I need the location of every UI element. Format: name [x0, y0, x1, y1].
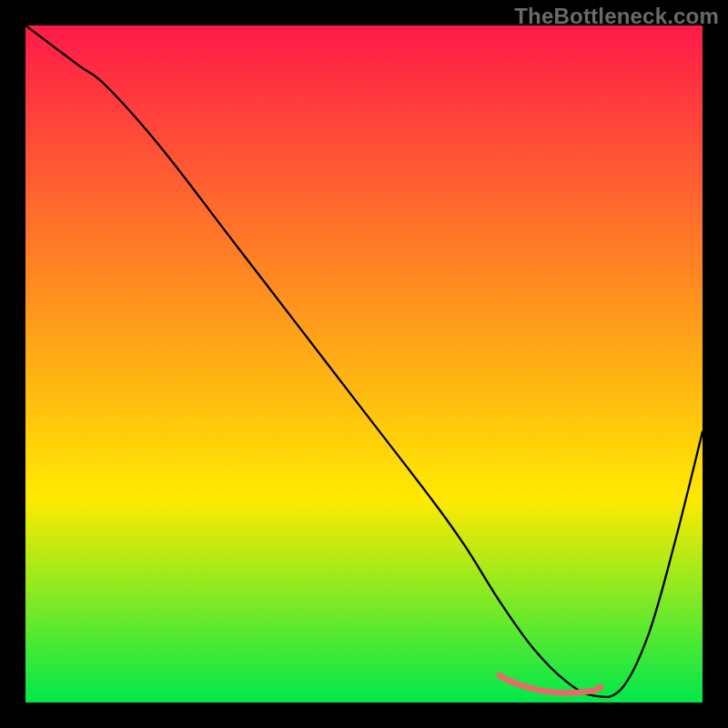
chart-svg: [25, 25, 703, 703]
plot-area: [25, 25, 703, 703]
chart-frame: TheBottleneck.com: [0, 0, 728, 728]
gradient-background: [25, 25, 703, 703]
